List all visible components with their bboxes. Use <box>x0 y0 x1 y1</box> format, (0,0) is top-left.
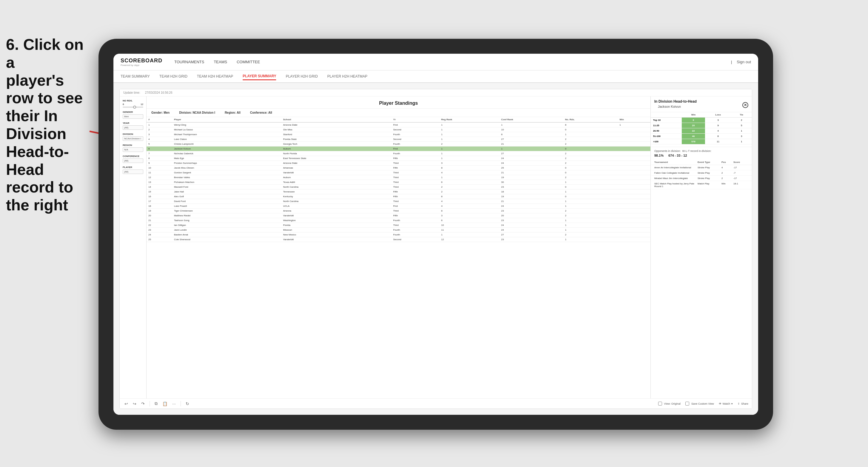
cell-num: 18 <box>147 204 172 209</box>
table-row[interactable]: 24 Bastien Amat New Mexico Fourth 1 27 2 <box>147 232 650 237</box>
cell-rds: 2 <box>563 137 618 142</box>
more-button[interactable]: ··· <box>171 401 177 407</box>
table-row[interactable]: 11 Gordon Sargent Vanderbilt Third 4 21 … <box>147 170 650 175</box>
cell-conf: 10 <box>499 127 563 132</box>
table-row[interactable]: 22 Ian Gilligan Florida Third 10 24 1 <box>147 223 650 228</box>
sign-out-link[interactable]: Sign out <box>737 60 751 64</box>
tour-row: Fallen Oak Collegiate Invitational Strok… <box>651 170 752 176</box>
table-row[interactable]: 20 Matthew Riedel Vanderbilt Fifth 3 20 … <box>147 213 650 218</box>
save-custom-label[interactable]: Save Custom View <box>685 402 714 406</box>
cell-player: Jackson Koivun <box>172 147 281 151</box>
copy-button[interactable]: ⧉ <box>153 401 159 407</box>
nav-committee[interactable]: COMMITTEE <box>237 59 260 65</box>
table-row[interactable]: 21 Taehoon Song Washington Fourth 6 23 1 <box>147 218 650 223</box>
subnav-player-h2h-grid[interactable]: PLAYER H2H GRID <box>286 73 318 80</box>
cell-rds: 1 <box>563 199 618 204</box>
table-row[interactable]: 9 Preston Summerhays Arizona State Third… <box>147 161 650 166</box>
table-row[interactable]: 3 Michael Thorbjornsen Stanford Fourth 1… <box>147 132 650 137</box>
table-row[interactable]: 25 Cole Sherwood Vanderbilt Second 12 23… <box>147 237 650 242</box>
save-custom-check[interactable] <box>685 402 689 406</box>
h2h-range: >100 <box>651 139 682 145</box>
table-row[interactable]: 15 Jake Hall Tennessee Fifth 2 18 1 <box>147 189 650 194</box>
conference-select[interactable]: (All) <box>123 158 143 163</box>
cell-player: Jack Lundin <box>172 228 281 232</box>
undo-button[interactable]: ↩ <box>123 401 129 407</box>
redo-button[interactable]: ↪ <box>132 401 137 407</box>
cell-player: Nicholas Gaberick <box>172 151 281 156</box>
player-select[interactable]: (All) <box>123 169 143 174</box>
subnav-player-summary[interactable]: PLAYER SUMMARY <box>243 73 276 80</box>
standings-title: Player Standings <box>147 96 650 108</box>
cell-player: Brendan Valles <box>172 175 281 180</box>
cell-num: 4 <box>147 137 172 142</box>
table-row[interactable]: 14 Maxwell Ford North Carolina Third 2 2… <box>147 185 650 189</box>
cell-num: 3 <box>147 132 172 137</box>
subnav-player-h2h-heatmap[interactable]: PLAYER H2H HEATMAP <box>328 73 367 80</box>
redo2-button[interactable]: ↷ <box>140 401 146 407</box>
table-row[interactable]: 17 David Ford North Carolina Third 4 21 … <box>147 199 650 204</box>
subnav-team-summary[interactable]: TEAM SUMMARY <box>121 73 150 80</box>
cell-num: 19 <box>147 209 172 213</box>
nav-teams[interactable]: TEAMS <box>214 59 227 65</box>
cell-player: Bastien Amat <box>172 232 281 237</box>
cell-num: 22 <box>147 223 172 228</box>
cell-rds: 2 <box>563 156 618 161</box>
gender-select[interactable]: Men <box>123 114 143 119</box>
table-row[interactable]: 5 Christo Lamprecht Georgia Tech Fourth … <box>147 142 650 147</box>
cell-win <box>618 151 650 156</box>
share-button[interactable]: ⇪ Share <box>738 402 748 405</box>
cell-school: Vanderbilt <box>281 170 391 175</box>
cell-num: 14 <box>147 185 172 189</box>
table-row[interactable]: 10 Jacob Mou-Olesen Arkansas Fifth 8 25 … <box>147 166 650 170</box>
subnav-team-h2h-grid[interactable]: TEAM H2H GRID <box>159 73 187 80</box>
cell-win <box>618 209 650 213</box>
table-row[interactable]: 12 Brendan Valles Auburn Third 1 19 2 <box>147 175 650 180</box>
cell-yr: Fourth <box>391 218 439 223</box>
rounds-slider-track[interactable] <box>123 106 143 108</box>
col-player: Player <box>172 117 281 122</box>
region-select[interactable]: N/A <box>123 147 143 152</box>
rounds-slider-handle[interactable] <box>133 106 136 108</box>
subnav-team-h2h-heatmap[interactable]: TEAM H2H HEATMAP <box>197 73 233 80</box>
cell-rds: 1 <box>563 228 618 232</box>
h2h-col-range <box>651 112 682 118</box>
nav-tournaments[interactable]: TOURNAMENTS <box>174 59 204 65</box>
cell-rds: 0 <box>563 194 618 199</box>
table-row[interactable]: 19 Tiger Christensen Arizona Third 8 23 … <box>147 209 650 213</box>
h2h-close-button[interactable]: ✕ <box>742 102 748 108</box>
tour-col-score: Score <box>733 161 748 163</box>
table-row[interactable]: 6 Jackson Koivun Auburn First 1 1 0 <box>147 147 650 151</box>
cell-player: Jake Hall <box>172 189 281 194</box>
refresh-button[interactable]: ↻ <box>184 401 190 407</box>
cell-school: North Florida <box>281 151 391 156</box>
view-original-check[interactable] <box>658 402 662 406</box>
table-row[interactable]: 16 Alex Goff Kentucky Fifth 8 19 0 <box>147 194 650 199</box>
year-select[interactable]: (All) <box>123 125 143 130</box>
table-row[interactable]: 8 Mats Ege East Tennessee State Fifth 1 … <box>147 156 650 161</box>
table-row[interactable]: 2 Michael La Sasso Ole Miss Second 1 10 … <box>147 127 650 132</box>
table-row[interactable]: 1 Wenyi Ding Arizona State First 1 1 8 1 <box>147 122 650 127</box>
h2h-table-row: 51-100 46 6 3 <box>651 134 752 139</box>
paste-button[interactable]: 📋 <box>161 401 168 407</box>
cell-conf: 19 <box>499 194 563 199</box>
table-row[interactable]: 4 Luke Claton Florida State Second 1 27 … <box>147 137 650 142</box>
view-original-label[interactable]: View: Original <box>658 402 681 406</box>
cell-num: 13 <box>147 180 172 185</box>
tour-name: Mirabel Maui Jim Intercollegiate <box>654 177 698 180</box>
division-select[interactable]: NCAA Division I <box>123 136 143 141</box>
cell-num: 12 <box>147 175 172 180</box>
h2h-tie: 5 <box>731 123 752 128</box>
cell-win <box>618 223 650 228</box>
cell-school: Georgia Tech <box>281 142 391 147</box>
table-header-row: # Player School Yr Reg Rank Conf Rank No… <box>147 117 650 122</box>
table-row[interactable]: 13 Pichakarn Maichon Texas A&M Third 6 3… <box>147 180 650 185</box>
cell-school: Arizona <box>281 209 391 213</box>
watch-button[interactable]: 👁 Watch ▾ <box>719 402 733 405</box>
cell-reg: 4 <box>439 199 499 204</box>
table-row[interactable]: 18 Luke Powell UCLA First 4 24 1 <box>147 204 650 209</box>
table-row[interactable]: 7 Nicholas Gaberick North Florida Fourth… <box>147 151 650 156</box>
table-row[interactable]: 23 Jack Lundin Missouri Fourth 11 24 1 <box>147 228 650 232</box>
cell-win <box>618 232 650 237</box>
cell-reg: 8 <box>439 166 499 170</box>
cell-player: Tiger Christensen <box>172 209 281 213</box>
